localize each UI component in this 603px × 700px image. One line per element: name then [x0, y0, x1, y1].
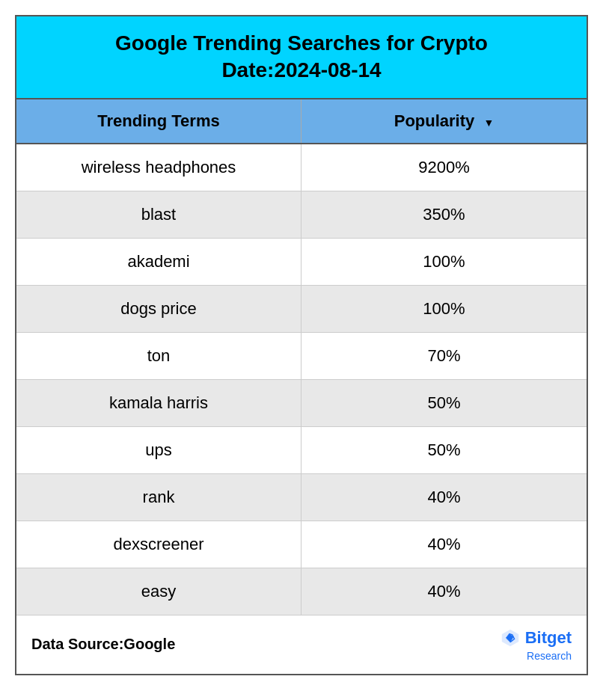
popularity-cell: 350% — [302, 191, 587, 238]
bitget-research: Research — [527, 650, 572, 662]
term-cell: blast — [16, 191, 302, 238]
footer: Data Source:Google Bitget Research — [16, 615, 587, 674]
title-line2: Date:2024-08-14 — [221, 58, 381, 82]
main-container: Google Trending Searches for Crypto Date… — [15, 15, 588, 675]
table-row: dogs price100% — [16, 286, 587, 333]
popularity-cell: 9200% — [302, 144, 587, 191]
table-row: kamala harris50% — [16, 380, 587, 427]
table-row: akademi100% — [16, 239, 587, 286]
table-header: Trending Terms Popularity ▼ — [16, 99, 587, 144]
popularity-cell: 70% — [302, 333, 587, 379]
table-row: dexscreener40% — [16, 521, 587, 568]
term-cell: ups — [16, 427, 302, 473]
popularity-cell: 40% — [302, 474, 587, 521]
title-line1: Google Trending Searches for Crypto — [115, 31, 488, 55]
bitget-logo: Bitget Research — [500, 627, 572, 662]
popularity-cell: 50% — [302, 380, 587, 426]
term-cell: rank — [16, 474, 302, 521]
sort-desc-icon: ▼ — [483, 117, 494, 129]
table-body: wireless headphones9200%blast350%akademi… — [16, 144, 587, 615]
page-title: Google Trending Searches for Crypto Date… — [31, 30, 572, 85]
popularity-cell: 40% — [302, 568, 587, 615]
table-row: blast350% — [16, 191, 587, 239]
table-row: ton70% — [16, 333, 587, 380]
term-cell: akademi — [16, 239, 302, 285]
data-source-label: Data Source:Google — [31, 636, 175, 653]
term-cell: kamala harris — [16, 380, 302, 426]
table-row: wireless headphones9200% — [16, 144, 587, 191]
popularity-cell: 40% — [302, 521, 587, 568]
title-section: Google Trending Searches for Crypto Date… — [16, 16, 587, 99]
header-terms: Trending Terms — [16, 99, 302, 143]
bitget-icon — [500, 627, 521, 648]
table-row: rank40% — [16, 474, 587, 521]
term-cell: dogs price — [16, 286, 302, 332]
term-cell: ton — [16, 333, 302, 379]
header-popularity: Popularity ▼ — [302, 99, 587, 143]
term-cell: wireless headphones — [16, 144, 302, 191]
bitget-name: Bitget — [525, 628, 572, 648]
popularity-cell: 50% — [302, 427, 587, 473]
term-cell: easy — [16, 568, 302, 615]
data-table: Trending Terms Popularity ▼ wireless hea… — [16, 99, 587, 615]
popularity-cell: 100% — [302, 239, 587, 285]
table-row: easy40% — [16, 568, 587, 615]
popularity-cell: 100% — [302, 286, 587, 332]
table-row: ups50% — [16, 427, 587, 474]
bitget-brand: Bitget — [500, 627, 572, 648]
term-cell: dexscreener — [16, 521, 302, 568]
